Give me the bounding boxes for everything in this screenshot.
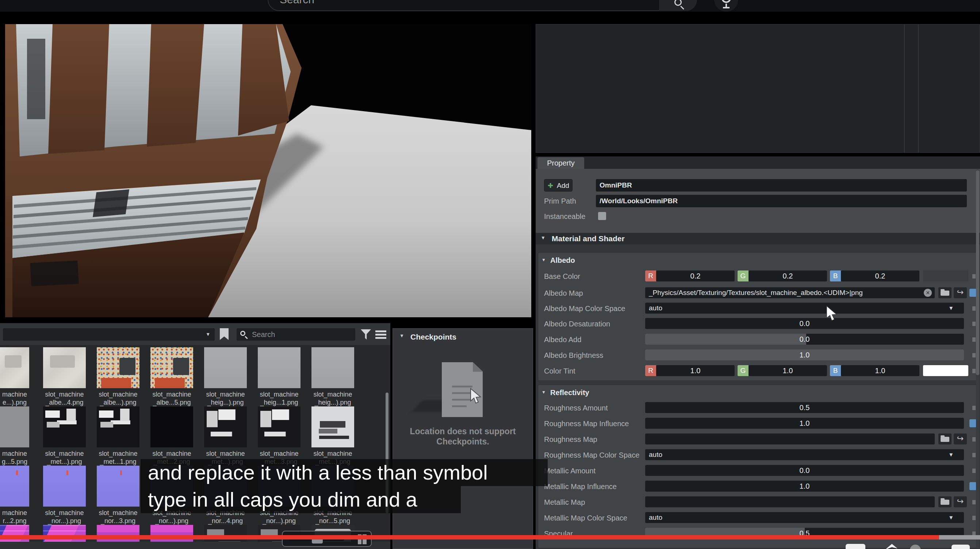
add-attribute-button[interactable]: ✚ Add xyxy=(544,179,573,192)
roughness-amount-slider[interactable]: 0.5 xyxy=(645,402,964,413)
metallic-map-path-field[interactable] xyxy=(645,496,935,508)
asset-thumbnail[interactable] xyxy=(312,347,354,388)
asset-cell[interactable]: machine r...2.png xyxy=(0,466,29,525)
asset-cell[interactable]: machine e...).png xyxy=(0,347,29,407)
asset-thumbnail[interactable] xyxy=(312,407,354,447)
asset-thumbnail[interactable] xyxy=(97,466,140,507)
albedo-map-color-space-dropdown[interactable]: auto ▼ xyxy=(645,303,964,314)
checkpoints-header[interactable]: ▼ Checkpoints xyxy=(393,332,533,343)
roughness-map-influence-slider[interactable]: 1.0 xyxy=(645,418,964,429)
voice-search-button[interactable] xyxy=(714,0,738,12)
prim-path-field[interactable]: /World/Looks/OmniPBR xyxy=(596,195,967,207)
folder-icon xyxy=(940,500,949,505)
asset-thumbnail[interactable] xyxy=(0,407,29,447)
asset-thumbnail[interactable] xyxy=(0,347,29,388)
asset-thumbnail[interactable] xyxy=(204,407,247,447)
color-tint-swatch[interactable] xyxy=(923,365,968,376)
browse-folder-button[interactable] xyxy=(939,496,951,508)
cursor-arrow-icon xyxy=(469,388,484,405)
asset-cell[interactable]: slot_machine _met...).png xyxy=(204,407,247,466)
asset-filename-line2: _nor...4.png xyxy=(199,517,252,525)
asset-thumbnail[interactable] xyxy=(150,407,193,447)
dropdown-value: auto xyxy=(649,512,662,523)
video-caption-line1: and replace it with a less than symbol xyxy=(141,459,548,486)
property-row-roughness-map: Roughness Map ↪ xyxy=(536,434,980,445)
color-tint-r-field[interactable]: 1.0 xyxy=(656,365,735,376)
value: 1.0 xyxy=(749,365,827,376)
asset-cell[interactable]: slot_machine _met...2.png xyxy=(150,407,193,466)
asset-thumbnail[interactable] xyxy=(97,407,140,447)
scrollbar-thumb[interactable] xyxy=(976,170,979,375)
albedo-group-header[interactable]: ▼ Albedo xyxy=(536,254,980,266)
roughness-map-color-space-dropdown[interactable]: auto ▼ xyxy=(645,449,964,460)
video-caption-line2: type in all caps you dim and a xyxy=(141,486,461,513)
asset-filename: machine g...5.png xyxy=(0,450,41,466)
clear-icon[interactable]: ✕ xyxy=(924,289,932,297)
video-progress-remaining[interactable] xyxy=(939,535,980,539)
color-tint-g-field[interactable]: 1.0 xyxy=(749,365,827,376)
asset-cell[interactable]: slot_machine _albe...5.png xyxy=(150,347,193,407)
asset-thumbnail[interactable] xyxy=(258,407,301,447)
asset-filename: slot_machine _nor...3.png xyxy=(91,509,145,525)
property-panel-scrollbar[interactable] xyxy=(976,169,979,548)
connected-attribute-indicator[interactable] xyxy=(969,289,976,297)
asset-cell[interactable]: slot_machine _met...).png xyxy=(43,407,86,466)
asset-cell[interactable]: slot_machine _heig...1.png xyxy=(258,347,301,407)
albedo-map-path-field[interactable]: _Physics/Asset/Texturing/Textures/slot_m… xyxy=(645,287,935,298)
microphone-stem xyxy=(725,4,727,7)
connected-attribute-indicator[interactable] xyxy=(969,482,976,490)
albedo-desaturation-slider[interactable]: 0.0 xyxy=(645,318,964,329)
open-external-button[interactable]: ↪ xyxy=(954,287,967,298)
browse-folder-button[interactable] xyxy=(939,434,951,444)
reflectivity-group-header[interactable]: ▼ Reflectivity xyxy=(536,387,980,398)
asset-thumbnail[interactable] xyxy=(97,347,140,388)
asset-cell[interactable]: slot_machine _heig...).png xyxy=(204,347,247,407)
metallic-map-influence-slider[interactable]: 1.0 xyxy=(645,480,964,492)
material-name-field[interactable]: OmniPBR xyxy=(596,179,967,192)
player-pill-icon[interactable] xyxy=(846,544,865,549)
asset-cell[interactable]: slot_machine _heig...).png xyxy=(312,347,354,407)
material-shader-header[interactable]: ▼ Material and Shader xyxy=(536,233,980,244)
asset-thumbnail[interactable] xyxy=(43,347,86,388)
base-color-r-field[interactable]: 0.2 xyxy=(656,270,735,281)
asset-cell[interactable]: slot_machine _albe...4.png xyxy=(43,347,86,407)
asset-cell[interactable]: machine g...5.png xyxy=(0,407,29,466)
browse-folder-button[interactable] xyxy=(939,287,951,298)
base-color-g-field[interactable]: 0.2 xyxy=(749,270,827,281)
open-external-button[interactable]: ↪ xyxy=(954,496,967,508)
asset-cell[interactable]: slot_machine _nor...3.png xyxy=(97,466,140,525)
asset-cell[interactable]: slot_machine _nor...).png xyxy=(43,466,86,525)
viewport-panel[interactable] xyxy=(5,24,531,317)
default-indicator-dot xyxy=(972,322,975,326)
tab-property[interactable]: Property xyxy=(538,157,584,169)
connected-attribute-indicator[interactable] xyxy=(969,419,976,427)
asset-thumbnail[interactable] xyxy=(258,347,301,388)
metallic-amount-slider[interactable]: 0.0 xyxy=(645,465,964,476)
asset-filename-line1: slot_machine xyxy=(145,390,199,398)
base-color-swatch[interactable] xyxy=(923,270,968,281)
roughness-map-path-field[interactable] xyxy=(645,434,935,444)
asset-filename-line2: _heig...).png xyxy=(199,398,252,407)
asset-cell[interactable]: slot_machine _met...3.png xyxy=(258,407,301,466)
albedo-add-slider[interactable]: 0.0 xyxy=(645,334,964,345)
video-progress-bar[interactable] xyxy=(0,535,939,539)
instanceable-checkbox[interactable] xyxy=(598,212,606,220)
base-color-b-field[interactable]: 0.2 xyxy=(841,270,920,281)
color-tint-b-field[interactable]: 1.0 xyxy=(841,365,920,376)
asset-thumbnail[interactable] xyxy=(43,407,86,447)
player-pill-icon-2[interactable] xyxy=(951,544,970,549)
asset-thumbnail[interactable] xyxy=(0,466,29,507)
asset-cell[interactable]: slot_machine _met...).png xyxy=(312,407,354,466)
youtube-topbar: Search xyxy=(0,0,980,12)
metallic-map-color-space-dropdown[interactable]: auto ▼ xyxy=(645,512,964,523)
asset-thumbnail[interactable] xyxy=(204,347,247,388)
asset-filename-line2: _nor...).png xyxy=(145,517,199,525)
youtube-search-input[interactable] xyxy=(268,0,697,11)
asset-thumbnail[interactable] xyxy=(150,347,193,388)
asset-thumbnail[interactable] xyxy=(43,466,86,507)
open-external-button[interactable]: ↪ xyxy=(954,434,967,444)
asset-filename: slot_machine _heig...).png xyxy=(199,390,252,407)
albedo-brightness-slider[interactable]: 1.0 xyxy=(645,350,964,361)
asset-cell[interactable]: slot_machine _met...1.png xyxy=(97,407,140,466)
asset-cell[interactable]: slot_machine _albe...).png xyxy=(97,347,140,407)
